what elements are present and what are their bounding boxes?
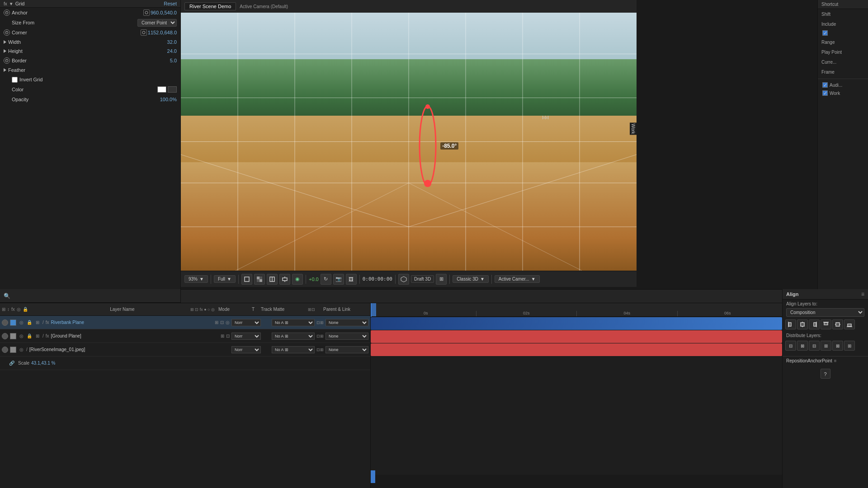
layer-2-vis-btn[interactable] xyxy=(2,333,8,339)
align-menu-icon[interactable]: ≡ xyxy=(861,291,864,297)
transparency-grid-button[interactable] xyxy=(254,274,265,285)
align-bottom-button[interactable] xyxy=(844,319,855,329)
width-toggle[interactable]: Width 32.0 xyxy=(0,38,180,47)
color-swatch-black[interactable] xyxy=(168,86,177,93)
dist-left-button[interactable]: ⊟ xyxy=(785,341,796,351)
snapshot-button[interactable]: 📷 xyxy=(333,274,344,285)
invert-grid-checkbox[interactable] xyxy=(12,77,18,83)
guides-button[interactable] xyxy=(279,274,290,285)
layer-1-vis-btn[interactable] xyxy=(2,319,8,326)
3d-view-dropdown[interactable]: Classic 3D ▼ xyxy=(453,275,489,283)
draft-3d-button[interactable]: Draft 3D xyxy=(411,275,434,283)
region-of-interest-button[interactable] xyxy=(241,274,252,285)
layer-3-track[interactable]: No A ⊞ xyxy=(272,346,315,353)
timeline-bar-3[interactable] xyxy=(371,343,782,356)
layer-3-solo[interactable]: ◎ xyxy=(18,347,24,353)
layer-1-lock[interactable]: 🔒 xyxy=(26,319,33,326)
reposition-menu-icon[interactable]: ≡ xyxy=(834,358,837,363)
align-top-button[interactable] xyxy=(821,319,831,329)
feather-toggle[interactable]: Feather xyxy=(0,66,180,75)
anchor-stopwatch-icon[interactable] xyxy=(4,9,10,16)
layer-1-3d[interactable]: ⊡ xyxy=(220,320,224,325)
layer-2-fx[interactable]: fx xyxy=(46,333,49,338)
timeline-bar-2[interactable] xyxy=(371,330,782,343)
layer-row-2[interactable]: ◎ 🔒 ⊞ / fx [Ground Plane] ⊞ ⊡ Norr No A … xyxy=(0,329,370,343)
zoom-dropdown[interactable]: 93% ▼ xyxy=(184,275,208,283)
rotation-handle[interactable]: -85.0° xyxy=(418,103,438,189)
layer-2-parent[interactable]: None xyxy=(326,333,368,340)
align-center-h-button[interactable] xyxy=(797,319,808,329)
layer-2-switch1[interactable]: / xyxy=(42,333,44,338)
layer-1-parent[interactable]: None xyxy=(326,319,368,326)
lch-fx-icon[interactable]: fx xyxy=(11,307,15,312)
layer-1-switch1[interactable]: / xyxy=(42,320,44,325)
anchor-link-icon[interactable] xyxy=(143,9,150,16)
layer-3-vis-btn[interactable] xyxy=(2,347,8,353)
camera-view-dropdown[interactable]: Active Camer... ▼ xyxy=(495,275,540,283)
dist-bottom-button[interactable]: ⊞ xyxy=(844,341,855,351)
lch-solo-icon[interactable]: ◎ xyxy=(17,307,21,312)
pixel-aspect-button[interactable] xyxy=(267,274,278,285)
layer-1-collapse[interactable]: ⊞ xyxy=(34,319,41,326)
sync-button[interactable]: ↻ xyxy=(321,274,331,285)
layer-3-name[interactable]: [RiverSceneImage_01.jpeg] xyxy=(29,347,230,352)
search-bar: 🔍 xyxy=(0,289,181,303)
lch-lock-icon[interactable]: 🔒 xyxy=(23,307,28,312)
show-snapshot-button[interactable]: 🖼 xyxy=(346,274,357,285)
color-swatch-white[interactable] xyxy=(157,86,166,93)
lch-select-icon[interactable]: ↕ xyxy=(7,307,9,312)
layer-1-guides[interactable]: ◎ xyxy=(226,320,230,325)
layer-1-track[interactable]: No A ⊞ xyxy=(272,319,315,326)
align-right-button[interactable] xyxy=(809,319,820,329)
layer-3-parent[interactable]: None xyxy=(326,346,368,353)
dist-center-v-button[interactable]: ⊠ xyxy=(832,341,843,351)
viewport-content[interactable]: -85.0° Work xyxy=(181,13,637,271)
height-toggle[interactable]: Height 24.0 xyxy=(0,47,180,56)
layer-3-mode[interactable]: Norr xyxy=(231,346,261,353)
align-center-v-button[interactable] xyxy=(832,319,843,329)
layer-row-1[interactable]: ◎ 🔒 ⊞ / fx Riverbank Plane ⊞ ⊡ ◎ Norr No… xyxy=(0,316,370,329)
scale-value[interactable]: 43.1,43.1 % xyxy=(31,361,55,366)
align-to-dropdown[interactable]: Composition xyxy=(786,308,864,317)
dist-top-button[interactable]: ⊞ xyxy=(821,341,831,351)
border-stopwatch-icon[interactable] xyxy=(4,57,10,64)
opacity-value[interactable]: 100.0% xyxy=(160,97,177,102)
layer-2-mode[interactable]: Norr xyxy=(231,333,261,340)
timeline-bar-1[interactable] xyxy=(371,317,782,330)
resolution-dropdown[interactable]: Full ▼ xyxy=(214,275,236,283)
layer-2-lock[interactable]: 🔒 xyxy=(26,333,33,339)
layer-1-solo[interactable]: ◎ xyxy=(18,319,24,326)
layer-1-mode[interactable]: Norr xyxy=(231,319,261,326)
reset-button[interactable]: Reset xyxy=(164,1,177,6)
dist-right-button[interactable]: ⊟ xyxy=(809,341,820,351)
3d-view-options-button[interactable]: ⊞ xyxy=(436,274,447,285)
3d-renderer-button[interactable] xyxy=(398,274,409,285)
layer-2-3d[interactable]: ⊡ xyxy=(226,333,230,338)
question-button[interactable]: ? xyxy=(821,369,830,379)
corner-value[interactable]: 1152.0,648.0 xyxy=(148,30,177,35)
props-audio-checkbox[interactable]: ✓ xyxy=(822,82,828,88)
align-left-button[interactable] xyxy=(785,319,796,329)
layer-2-name[interactable]: [Ground Plane] xyxy=(51,333,219,338)
corner-stopwatch-icon[interactable] xyxy=(4,29,10,36)
size-from-dropdown[interactable]: Corner Point xyxy=(137,19,177,27)
layer-1-transform[interactable]: ⊞ xyxy=(215,320,218,325)
layer-1-name[interactable]: Riverbank Plane xyxy=(51,320,213,325)
layer-2-track[interactable]: No A ⊞ xyxy=(272,333,315,340)
lch-add-icon[interactable]: ⊞ xyxy=(2,307,5,312)
layer-row-3[interactable]: ◎ / [RiverSceneImage_01.jpeg] Norr No A … xyxy=(0,343,370,357)
reposition-anchor-label[interactable]: RepositionAnchorPoint ≡ xyxy=(786,358,864,363)
search-input-bottom[interactable] xyxy=(12,293,177,299)
color-correction-button[interactable]: ◉ xyxy=(292,274,303,285)
layer-1-fx[interactable]: fx xyxy=(46,320,49,325)
layer-2-transform[interactable]: ⊞ xyxy=(221,333,224,338)
props-work-checkbox[interactable]: ✓ xyxy=(822,90,828,96)
dist-center-h-button[interactable]: ⊠ xyxy=(797,341,808,351)
props-include-checkbox[interactable]: ✓ xyxy=(822,30,828,36)
corner-link-icon[interactable] xyxy=(141,29,147,36)
border-value[interactable]: 5.0 xyxy=(170,58,177,63)
layer-2-collapse[interactable]: ⊞ xyxy=(34,333,41,339)
anchor-value[interactable]: 960.0,540.0 xyxy=(151,10,177,15)
viewport-tab-river-scene[interactable]: River Scene Demo xyxy=(184,2,236,10)
layer-2-solo[interactable]: ◎ xyxy=(18,333,24,339)
